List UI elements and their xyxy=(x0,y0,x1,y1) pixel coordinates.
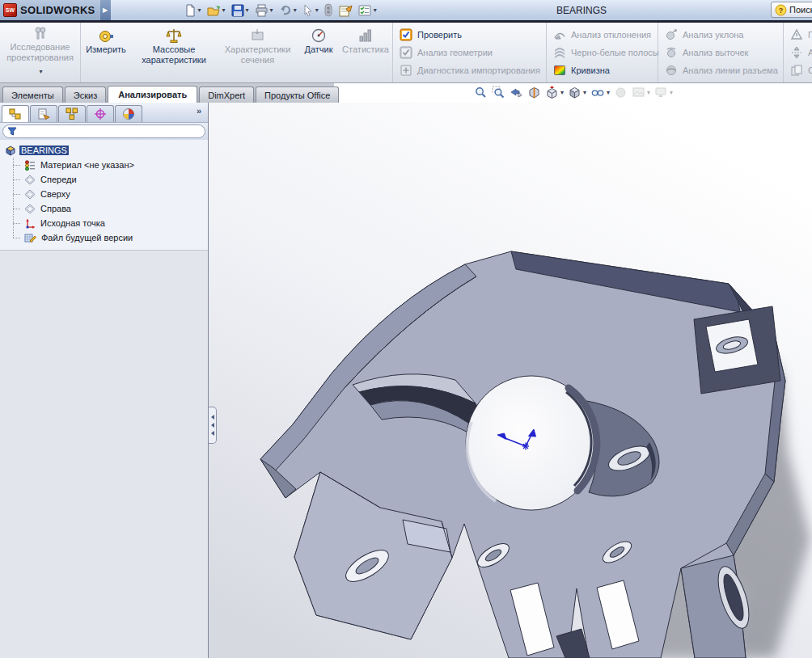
sensor-label: Датчик xyxy=(304,44,332,55)
zebra-stripes-button[interactable]: Черно-белые полосы xyxy=(553,46,651,59)
geometry-analysis-button[interactable]: Анализ геометрии xyxy=(400,46,539,59)
draft-analysis-button[interactable]: Анализ уклона xyxy=(665,28,776,41)
tree-item-right-plane[interactable]: Справа xyxy=(13,201,208,216)
graphics-viewport[interactable] xyxy=(209,103,812,658)
save-icon xyxy=(231,4,244,17)
model-scene xyxy=(209,103,812,658)
configurationmanager-tab[interactable] xyxy=(58,105,86,122)
search-button[interactable]: ? Поиск xyxy=(771,2,812,18)
displaymanager-icon xyxy=(122,108,135,120)
search-label: Поиск xyxy=(789,5,812,15)
print-button[interactable] xyxy=(253,2,275,19)
document-title: BEARINGS xyxy=(556,5,607,16)
options-button[interactable] xyxy=(357,2,379,19)
displaymanager-tab[interactable] xyxy=(115,105,142,122)
display-style-icon xyxy=(568,86,582,99)
dimxpertmanager-icon xyxy=(94,108,107,120)
symmetry-check-button[interactable]: Прове xyxy=(790,28,812,41)
draft-analysis-icon xyxy=(665,28,678,41)
curvature-button[interactable]: Кривизна xyxy=(553,64,651,77)
sensor-button[interactable]: Датчик xyxy=(298,23,339,82)
symmetry-check-label: Прове xyxy=(808,30,812,40)
apply-scene-button[interactable] xyxy=(632,86,650,99)
import-diagnostics-label: Диагностика импортирования xyxy=(417,65,540,75)
import-diagnostics-icon xyxy=(400,64,412,77)
design-study-button[interactable]: Исследование проектирования xyxy=(0,23,81,82)
tree-item-label: Исходная точка xyxy=(39,218,107,228)
tree-item-material[interactable]: Материал <не указан> xyxy=(13,158,208,172)
tree-item-label: Спереди xyxy=(39,175,78,184)
panel-overflow-chevron[interactable]: » xyxy=(197,106,201,116)
tree-root-part[interactable]: BEARINGS xyxy=(2,143,208,158)
solidworks-cube-icon: SW xyxy=(3,3,17,17)
tree-item-front-plane[interactable]: Спереди xyxy=(13,172,208,187)
thickness-analysis-button[interactable]: Анали xyxy=(790,46,812,59)
rebuild-button[interactable] xyxy=(323,2,334,19)
tree-item-origin[interactable]: Исходная точка xyxy=(13,216,208,230)
save-button[interactable] xyxy=(230,2,251,19)
plane-icon xyxy=(24,189,36,200)
panel-splitter-handle[interactable] xyxy=(209,407,217,444)
parting-line-analysis-button[interactable]: Анализ линии разъема xyxy=(665,64,776,77)
import-diagnostics-button[interactable]: Диагностика импортирования xyxy=(400,64,539,77)
tab-evaluate[interactable]: Анализировать xyxy=(108,86,197,103)
section-view-button[interactable] xyxy=(527,86,541,99)
previous-view-button[interactable] xyxy=(510,86,523,99)
zoom-to-fit-button[interactable] xyxy=(474,86,488,99)
check-group: Проверить Анализ геометрии Диагностика и… xyxy=(393,23,547,82)
display-style-button[interactable] xyxy=(568,86,586,99)
propertymanager-tab[interactable] xyxy=(30,105,57,122)
check-button[interactable]: Проверить xyxy=(400,28,539,41)
tab-dimxpert[interactable]: DimXpert xyxy=(199,86,254,103)
compare-documents-button[interactable]: Сравн xyxy=(790,64,812,77)
hide-show-items-button[interactable] xyxy=(590,86,610,99)
select-button[interactable] xyxy=(301,2,320,19)
mass-properties-button[interactable]: Массовые характеристики xyxy=(131,23,217,82)
undercut-analysis-button[interactable]: Анализ выточек xyxy=(665,46,776,59)
dimxpertmanager-tab[interactable] xyxy=(87,105,114,122)
tab-features[interactable]: Элементы xyxy=(2,86,63,103)
svg-text:?: ? xyxy=(779,6,784,15)
sensor-icon xyxy=(311,27,327,44)
statistics-button[interactable]: Статистика xyxy=(339,23,392,82)
solidworks-logo[interactable]: SW SOLIDWORKS xyxy=(0,0,100,20)
command-tab-row: Элементы Эскиз Анализировать DimXpert Пр… xyxy=(0,83,812,103)
tree-root-label: BEARINGS xyxy=(19,146,69,155)
rebuild-traffic-light-icon xyxy=(324,3,332,17)
edit-appearance-button[interactable] xyxy=(614,86,628,99)
view-settings-button[interactable] xyxy=(654,86,673,99)
tree-filter-input[interactable] xyxy=(20,126,201,137)
design-study-label: Исследование проектирования xyxy=(0,42,80,62)
tab-sketch[interactable]: Эскиз xyxy=(65,86,106,103)
symmetry-check-icon xyxy=(790,28,803,41)
undercut-analysis-icon xyxy=(665,46,678,59)
new-document-button[interactable] xyxy=(182,2,203,19)
open-button[interactable] xyxy=(205,2,227,19)
section-properties-button[interactable]: Характеристики сечения xyxy=(217,23,298,82)
tree-item-top-plane[interactable]: Сверху xyxy=(13,187,208,201)
deviation-analysis-label: Анализ отклонения xyxy=(571,30,651,40)
tree-filter-box[interactable] xyxy=(2,124,205,138)
section-view-icon xyxy=(527,86,541,99)
tree-item-future-version[interactable]: Файл будущей версии xyxy=(13,230,208,245)
menu-expander-button[interactable]: ▶ xyxy=(100,0,111,20)
geometry-analysis-icon xyxy=(400,46,412,59)
apply-scene-icon xyxy=(632,86,645,99)
standard-toolbar xyxy=(182,2,379,19)
tree-item-label: Справа xyxy=(39,204,73,213)
options-icon xyxy=(358,4,372,17)
configurationmanager-icon xyxy=(66,108,78,120)
zoom-to-area-icon xyxy=(492,86,505,99)
undo-button[interactable] xyxy=(277,2,298,19)
zoom-to-fit-icon xyxy=(474,86,488,99)
file-properties-button[interactable] xyxy=(336,2,354,19)
statistics-label: Статистика xyxy=(342,44,389,55)
view-orientation-button[interactable] xyxy=(545,86,564,99)
zoom-to-area-button[interactable] xyxy=(492,86,505,99)
tab-office-products[interactable]: Продукты Office xyxy=(256,86,339,103)
deviation-analysis-button[interactable]: Анализ отклонения xyxy=(553,28,651,41)
previous-view-icon xyxy=(510,86,523,99)
collapse-arrow-icon xyxy=(211,431,214,436)
featuremanager-tab[interactable] xyxy=(2,105,29,122)
measure-button[interactable]: Измерить xyxy=(81,23,131,82)
